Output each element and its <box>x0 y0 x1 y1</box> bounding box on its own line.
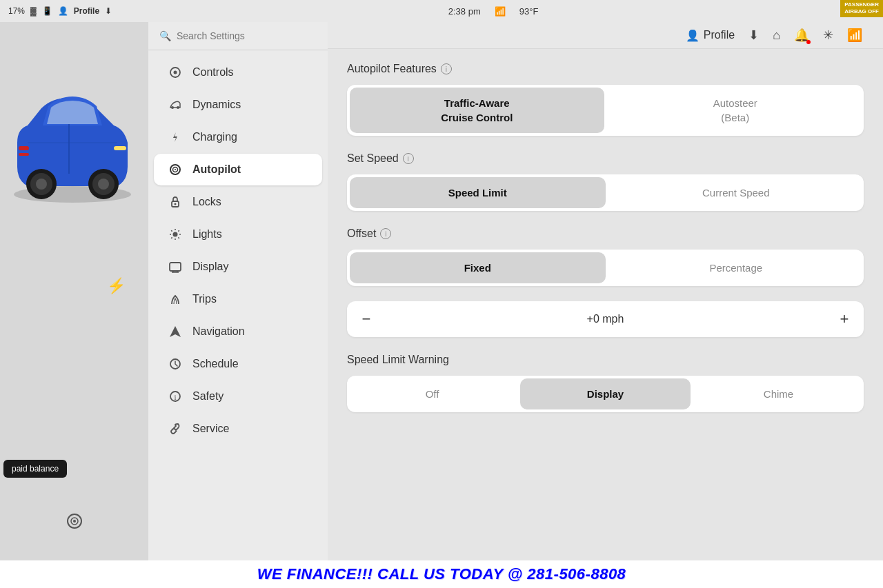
set-speed-info-icon[interactable]: i <box>403 153 414 164</box>
download-icon[interactable]: ⬇ <box>748 28 759 43</box>
trips-nav-label: Trips <box>192 293 217 305</box>
download-status-icon: ⬇ <box>105 6 112 16</box>
autopilot-nav-icon <box>168 162 183 177</box>
sidebar-item-display[interactable]: Display <box>154 251 322 283</box>
svg-point-19 <box>175 169 176 170</box>
left-panel: Open Trunk <box>0 22 148 588</box>
time-display: 2:38 pm <box>448 6 481 17</box>
bottom-banner-text: WE FINANCE!!! CALL US TODAY @ 281-506-88… <box>257 565 626 583</box>
bottom-banner: WE FINANCE!!! CALL US TODAY @ 281-506-88… <box>0 560 883 588</box>
search-icon: 🔍 <box>159 30 171 41</box>
sidebar-item-charging[interactable]: Charging <box>154 121 322 153</box>
autopilot-content: Autopilot Features i Traffic-AwareCruise… <box>328 49 883 588</box>
wifi-icon: 📶 <box>495 6 506 17</box>
profile-label: Profile <box>74 6 99 16</box>
fixed-offset-button[interactable]: Fixed <box>350 252 606 283</box>
search-input[interactable] <box>177 30 317 41</box>
signal-bars-icon[interactable]: 📶 <box>847 28 862 43</box>
notification-dot <box>806 40 811 44</box>
svg-point-16 <box>177 106 179 109</box>
sidebar-item-lights[interactable]: Lights <box>154 219 322 250</box>
autopilot-features-section: Autopilot Features i Traffic-AwareCruise… <box>347 63 864 136</box>
svg-point-12 <box>73 520 76 523</box>
service-nav-icon <box>168 421 183 436</box>
sidebar-item-service[interactable]: Service <box>154 413 322 445</box>
stepper-minus-button[interactable]: − <box>347 301 386 337</box>
autopilot-features-options: Traffic-AwareCruise Control Autosteer(Be… <box>347 85 864 136</box>
charging-nav-label: Charging <box>192 131 237 143</box>
sidebar-item-autopilot[interactable]: Autopilot <box>154 154 322 185</box>
sidebar-item-locks[interactable]: Locks <box>154 186 322 218</box>
sidebar-item-navigation[interactable]: Navigation <box>154 316 322 347</box>
warning-off-button[interactable]: Off <box>347 376 517 412</box>
charging-nav-icon <box>168 130 183 145</box>
status-bar: 17% ▓ 📱 👤 Profile ⬇ 2:38 pm 📶 93°F PASSE… <box>0 0 883 22</box>
svg-rect-23 <box>170 263 181 271</box>
battery-level: 17% <box>8 6 25 16</box>
offset-info-icon[interactable]: i <box>380 228 391 239</box>
sidebar-item-controls[interactable]: Controls <box>154 57 322 88</box>
device-icon: 📱 <box>42 6 52 16</box>
speed-limit-warning-title: Speed Limit Warning <box>347 354 864 366</box>
display-nav-label: Display <box>192 261 228 273</box>
car-illustration <box>7 77 138 256</box>
svg-rect-8 <box>19 146 29 150</box>
stepper-plus-button[interactable]: + <box>825 301 864 337</box>
offset-section: Offset i Fixed Percentage − +0 mph + <box>347 227 864 337</box>
navigation-nav-icon <box>168 324 183 339</box>
autosteer-beta-button[interactable]: Autosteer(Beta) <box>607 85 864 136</box>
svg-point-22 <box>173 232 178 237</box>
person-icon: 👤 <box>58 6 68 16</box>
airbag-badge: PASSENGERAIRBAG OFF <box>840 0 883 17</box>
warning-chime-button[interactable]: Chime <box>693 376 864 412</box>
sidebar-item-dynamics[interactable]: Dynamics <box>154 89 322 121</box>
set-speed-options: Speed Limit Current Speed <box>347 174 864 211</box>
home-icon[interactable]: ⌂ <box>773 28 780 43</box>
safety-nav-icon: i <box>168 389 183 404</box>
bluetooth-icon[interactable]: ✳ <box>823 28 833 43</box>
battery-icon: ▓ <box>30 6 37 16</box>
svg-rect-9 <box>19 153 29 156</box>
notification-bell-icon[interactable]: 🔔 <box>794 28 809 43</box>
sidebar-item-trips[interactable]: Trips <box>154 283 322 315</box>
lights-nav-label: Lights <box>192 228 222 241</box>
dynamics-nav-label: Dynamics <box>192 99 241 111</box>
warning-display-button[interactable]: Display <box>520 378 691 409</box>
search-bar: 🔍 <box>148 22 328 50</box>
profile-header-button[interactable]: 👤 Profile <box>686 29 735 42</box>
percentage-offset-button[interactable]: Percentage <box>608 250 864 286</box>
status-bar-center: 2:38 pm 📶 93°F <box>112 6 875 17</box>
set-speed-title: Set Speed i <box>347 152 864 165</box>
audio-control-icon[interactable] <box>66 513 83 533</box>
sidebar-item-schedule[interactable]: Schedule <box>154 348 322 380</box>
autopilot-features-info-icon[interactable]: i <box>441 63 452 74</box>
safety-nav-label: Safety <box>192 390 224 403</box>
status-bar-left: 17% ▓ 📱 👤 Profile ⬇ <box>8 6 112 16</box>
svg-point-14 <box>174 71 177 74</box>
svg-point-15 <box>171 106 174 109</box>
svg-text:i: i <box>174 393 176 401</box>
svg-rect-7 <box>114 146 126 150</box>
offset-value-display: +0 mph <box>386 313 825 325</box>
controls-nav-icon <box>168 65 183 80</box>
charging-lightning-icon: ⚡ <box>107 277 126 295</box>
autopilot-nav-label: Autopilot <box>192 163 241 176</box>
settings-panel: 🔍 ControlsDynamicsChargingAutopilotLocks… <box>148 22 328 588</box>
locks-nav-label: Locks <box>192 196 221 208</box>
svg-point-3 <box>36 179 47 190</box>
profile-person-icon: 👤 <box>686 29 700 42</box>
schedule-nav-label: Schedule <box>192 358 239 370</box>
controls-nav-label: Controls <box>192 66 234 79</box>
traffic-aware-cruise-control-button[interactable]: Traffic-AwareCruise Control <box>350 88 604 133</box>
profile-header-label: Profile <box>704 29 735 41</box>
svg-point-6 <box>98 179 109 190</box>
header-row: 👤 Profile ⬇ ⌂ 🔔 ✳ 📶 <box>328 22 883 49</box>
main-area: Open Trunk <box>0 22 883 588</box>
dynamics-nav-icon <box>168 97 183 112</box>
current-speed-button[interactable]: Current Speed <box>608 174 864 211</box>
speed-limit-button[interactable]: Speed Limit <box>350 177 606 208</box>
sidebar-item-safety[interactable]: iSafety <box>154 381 322 412</box>
right-section: 👤 Profile ⬇ ⌂ 🔔 ✳ 📶 Autopilot Features i <box>328 22 883 588</box>
trips-nav-icon <box>168 292 183 307</box>
offset-title: Offset i <box>347 227 864 240</box>
